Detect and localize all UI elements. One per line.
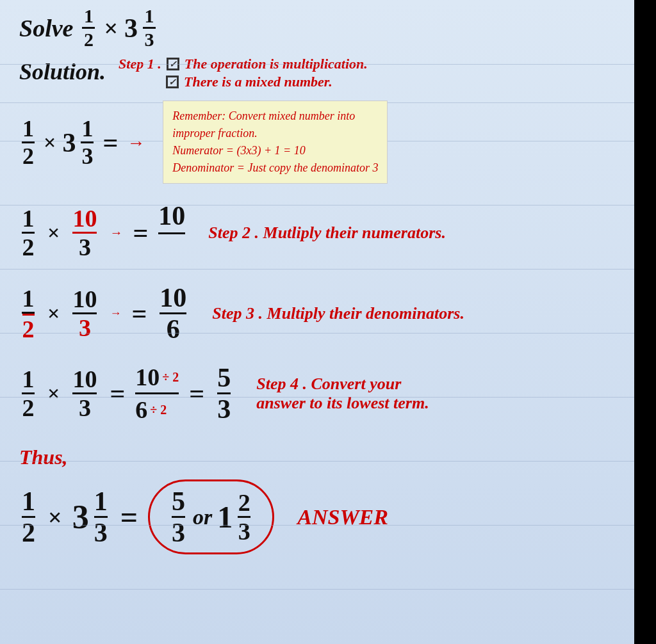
step2-result-den-blank: x — [165, 234, 179, 265]
ans1-den: 3 — [172, 518, 185, 546]
step2-frac1-den: 2 — [22, 234, 35, 259]
ans-whole: 3 — [72, 498, 89, 536]
step2-frac2: 10 3 — [72, 206, 97, 259]
eq1-op: × — [44, 131, 56, 155]
eq1-frac2-num: 1 — [81, 117, 94, 143]
main-page: Solve 1 2 × 3 1 3 Solution. Step 1 . ✓ T… — [0, 0, 634, 644]
ans2-num: 2 — [238, 490, 250, 518]
step4-result-num: 5 — [217, 364, 231, 394]
step4-result-den: 3 — [217, 394, 231, 423]
step4-eq2: = — [189, 378, 204, 409]
title-whole: 3 — [124, 13, 138, 44]
ans-frac1: 1 2 — [22, 488, 35, 546]
eq1-frac2-den: 3 — [81, 143, 93, 168]
answer-oval: 5 3 or 1 2 3 — [148, 479, 274, 554]
eq1-frac1-den: 2 — [22, 143, 34, 168]
step3-frac1-num: 1 — [22, 286, 35, 314]
eq1-equals: = — [102, 127, 118, 158]
thus-row: Thus, — [0, 439, 634, 469]
step4-desc-block: Step 4 . Convert your answer to its lowe… — [256, 374, 429, 413]
step4-eq1: = — [110, 378, 125, 409]
note-line2: improper fraction. — [172, 125, 378, 142]
step3-frac2-num: 10 — [72, 287, 97, 314]
step4-frac2: 10 3 — [72, 367, 97, 420]
note-line4: Denominator = Just copy the denominator … — [172, 159, 378, 177]
step4-row: 1 2 × 10 3 = 10 ÷ 2 6 ÷ 2 = 5 3 Step 4 .… — [0, 355, 634, 424]
step1-text1: The operation is multiplication. — [184, 56, 368, 72]
eq-row-1: 1 2 × 3 1 3 = → Remember: Convert mixed … — [0, 93, 634, 184]
eq1-frac1: 1 2 — [22, 117, 35, 168]
title-frac1-num: 1 — [82, 6, 95, 29]
ans-frac1-den: 2 — [22, 518, 35, 546]
note-line1: Remember: Convert mixed number into — [172, 108, 378, 125]
step3-result: 10 6 — [160, 284, 186, 342]
title-frac2: 1 3 — [143, 6, 156, 49]
ans-mixed: 3 1 3 — [72, 488, 110, 546]
step1-line1: Step 1 . ✓ The operation is multiplicati… — [119, 56, 368, 72]
answer-label: ANSWER — [297, 505, 388, 529]
step4-div-den: ÷ 2 — [150, 403, 167, 417]
step2-equals: = — [133, 218, 148, 248]
step3-frac1: 1 2 — [22, 286, 35, 341]
step4-div-num: ÷ 2 — [162, 370, 179, 385]
step2-frac1-num: 1 — [22, 206, 35, 234]
step2-op: × — [47, 221, 60, 245]
step2-result-num: 10 — [158, 200, 185, 234]
ans-frac2: 1 3 — [94, 488, 108, 546]
ans-frac2-den: 3 — [94, 518, 108, 546]
checkbox1: ✓ — [167, 58, 179, 70]
step4-frac2-num: 10 — [72, 367, 97, 394]
ans1-frac: 5 3 — [172, 488, 185, 546]
step3-op: × — [47, 302, 60, 326]
solution-label: Solution. — [19, 58, 106, 85]
step2-result: 10 x — [158, 200, 185, 265]
checkbox2: ✓ — [166, 76, 179, 88]
title-row: Solve 1 2 × 3 1 3 — [0, 0, 634, 49]
eq1-mixed: 3 1 3 — [62, 117, 96, 168]
or-text: or — [193, 505, 212, 529]
step1-line2: ✓ There is a mixed number. — [119, 74, 368, 90]
title-mixed: 3 1 3 — [124, 6, 158, 49]
eq1-frac1-num: 1 — [22, 117, 35, 143]
step4-mid-frac: 10 ÷ 2 6 ÷ 2 — [135, 363, 179, 424]
ans2-frac: 2 3 — [238, 490, 250, 543]
step4-mid-top: 10 ÷ 2 — [135, 363, 179, 394]
ans2-whole: 1 — [217, 499, 233, 535]
step3-arrow: → — [110, 307, 121, 320]
step4-mid-bot: 6 ÷ 2 — [135, 394, 167, 424]
arrow-right-1: → — [127, 133, 145, 153]
step4-desc-line2: answer to its lowest term. — [256, 394, 429, 413]
step3-frac2: 10 3 — [72, 287, 97, 340]
ans-equals: = — [120, 499, 138, 535]
step2-row: 1 2 × 10 3 → = 10 x Step 2 . Mutliply th… — [0, 193, 634, 265]
step4-frac1: 1 2 — [22, 367, 35, 420]
step4-frac2-den: 3 — [79, 394, 91, 420]
solution-row: Solution. Step 1 . ✓ The operation is mu… — [0, 49, 634, 90]
title-op: × — [104, 14, 118, 42]
step3-desc: Step 3 . Multiply their denominators. — [212, 304, 464, 323]
ans-frac2-num: 1 — [94, 488, 108, 518]
step4-mid-den: 6 — [135, 396, 147, 424]
solve-label: Solve — [19, 14, 73, 42]
step4-op: × — [47, 382, 60, 406]
step4-desc-line1: Step 4 . Convert your — [256, 374, 429, 394]
step3-frac2-den: 3 — [79, 314, 91, 340]
ans-frac1-num: 1 — [22, 488, 35, 518]
step3-row: 1 2 × 10 3 → = 10 6 Step 3 . Multiply th… — [0, 277, 634, 342]
title-frac1-den: 2 — [84, 29, 94, 49]
step3-result-num: 10 — [160, 284, 186, 314]
step3-frac1-den: 2 — [22, 314, 35, 341]
note-box: Remember: Convert mixed number into impr… — [163, 101, 388, 184]
ans2-mixed: 1 2 3 — [217, 490, 253, 543]
thus-label: Thus, — [19, 446, 68, 469]
step2-frac1: 1 2 — [22, 206, 35, 259]
step2-frac2-num: 10 — [72, 206, 97, 234]
title-frac2-num: 1 — [143, 6, 156, 29]
ans1-num: 5 — [172, 488, 185, 518]
ans2-den: 3 — [238, 518, 250, 543]
answer-row: 1 2 × 3 1 3 = 5 3 or 1 2 3 — [0, 474, 634, 554]
step1-text2: There is a mixed number. — [184, 74, 332, 90]
step4-frac1-num: 1 — [22, 367, 35, 394]
eq1-frac2: 1 3 — [81, 117, 94, 168]
step2-desc: Step 2 . Mutliply their numerators. — [208, 223, 446, 243]
